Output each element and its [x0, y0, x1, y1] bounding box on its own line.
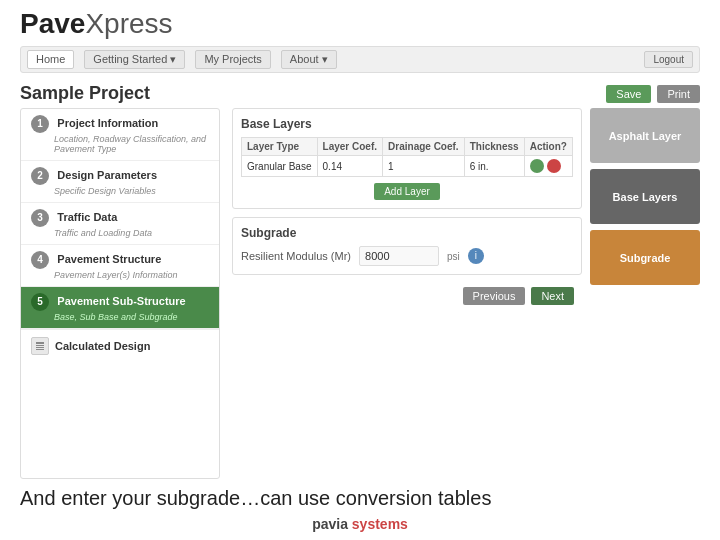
cell-action [524, 156, 572, 177]
sidebar-num-1: 1 [31, 115, 49, 133]
sidebar-item-1[interactable]: 1 Project Information Location, Roadway … [21, 109, 219, 161]
sidebar-sub-3: Traffic and Loading Data [54, 228, 209, 238]
project-title: Sample Project [20, 83, 150, 104]
left-sidebar: 1 Project Information Location, Roadway … [20, 108, 220, 479]
col-action: Action? [524, 138, 572, 156]
delete-icon-btn[interactable] [547, 159, 561, 173]
col-drainage-coef: Drainage Coef. [383, 138, 465, 156]
subgrade-section: Subgrade Resilient Modulus (Mr) psi i [232, 217, 582, 275]
edit-icon-btn[interactable] [530, 159, 544, 173]
nav-getting-started[interactable]: Getting Started ▾ [84, 50, 185, 69]
sidebar-title-2: Design Parameters [57, 169, 157, 181]
sidebar-num-5: 5 [31, 293, 49, 311]
nav-about[interactable]: About ▾ [281, 50, 337, 69]
base-layers-section: Base Layers Layer Type Layer Coef. Drain… [232, 108, 582, 209]
base-layers-title: Base Layers [241, 117, 573, 131]
brand-pave: Pave [20, 8, 85, 40]
bottom-nav: Previous Next [232, 283, 582, 309]
sidebar-calc-design[interactable]: Calculated Design [21, 329, 219, 362]
sidebar-item-2[interactable]: 2 Design Parameters Specific Design Vari… [21, 161, 219, 203]
sidebar-item-3[interactable]: 3 Traffic Data Traffic and Loading Data [21, 203, 219, 245]
sidebar-sub-4: Pavement Layer(s) Information [54, 270, 209, 280]
svg-rect-3 [36, 349, 44, 350]
cell-drainage-coef: 1 [383, 156, 465, 177]
sidebar-title-1: Project Information [57, 117, 158, 129]
save-button[interactable]: Save [606, 85, 651, 103]
sidebar-item-5[interactable]: 5 Pavement Sub-Structure Base, Sub Base … [21, 287, 219, 329]
sidebar-sub-2: Specific Design Variables [54, 186, 209, 196]
sidebar-title-3: Traffic Data [57, 211, 117, 223]
col-layer-coef: Layer Coef. [317, 138, 383, 156]
footer-area: And enter your subgrade…can use conversi… [0, 479, 720, 540]
sidebar-num-4: 4 [31, 251, 49, 269]
nav-links: Home Getting Started ▾ My Projects About… [27, 50, 337, 69]
nav-my-projects[interactable]: My Projects [195, 50, 270, 69]
top-nav: Pave Xpress Home Getting Started ▾ My Pr… [0, 0, 720, 79]
header-buttons: Save Print [606, 85, 700, 103]
cell-thickness: 6 in. [464, 156, 524, 177]
footer-pavia: pavia [312, 516, 348, 532]
info-icon[interactable]: i [468, 248, 484, 264]
sidebar-title-5: Pavement Sub-Structure [57, 295, 185, 307]
content-area: 1 Project Information Location, Roadway … [0, 108, 720, 479]
add-layer-button[interactable]: Add Layer [374, 183, 440, 200]
nav-home[interactable]: Home [27, 50, 74, 69]
calc-icon [31, 337, 49, 355]
brand-logo: Pave Xpress [20, 8, 700, 40]
svg-rect-1 [36, 345, 44, 346]
sidebar-item-4[interactable]: 4 Pavement Structure Pavement Layer(s) I… [21, 245, 219, 287]
cell-layer-coef: 0.14 [317, 156, 383, 177]
sidebar-num-2: 2 [31, 167, 49, 185]
subgrade-layer-block: Subgrade [590, 230, 700, 285]
table-row: Granular Base 0.14 1 6 in. [242, 156, 573, 177]
right-panel: Asphalt Layer Base Layers Subgrade [590, 108, 700, 479]
calc-design-label: Calculated Design [55, 340, 150, 352]
logout-button[interactable]: Logout [644, 51, 693, 68]
action-icons [530, 159, 567, 173]
col-layer-type: Layer Type [242, 138, 318, 156]
brand-xpress: Xpress [85, 8, 172, 40]
sidebar-num-3: 3 [31, 209, 49, 227]
base-layer-block: Base Layers [590, 169, 700, 224]
sidebar-sub-5: Base, Sub Base and Subgrade [54, 312, 209, 322]
subgrade-unit: psi [447, 251, 460, 262]
subgrade-title: Subgrade [241, 226, 573, 240]
footer-systems: systems [352, 516, 408, 532]
col-thickness: Thickness [464, 138, 524, 156]
caption-text: And enter your subgrade…can use conversi… [20, 487, 700, 510]
project-header: Sample Project Save Print [0, 79, 720, 108]
svg-rect-2 [36, 347, 44, 348]
layers-table: Layer Type Layer Coef. Drainage Coef. Th… [241, 137, 573, 177]
print-button[interactable]: Print [657, 85, 700, 103]
cell-layer-type: Granular Base [242, 156, 318, 177]
main-panel: Base Layers Layer Type Layer Coef. Drain… [232, 108, 582, 479]
page-wrapper: Pave Xpress Home Getting Started ▾ My Pr… [0, 0, 720, 540]
nav-bar: Home Getting Started ▾ My Projects About… [20, 46, 700, 73]
next-button[interactable]: Next [531, 287, 574, 305]
svg-rect-0 [36, 342, 44, 344]
main-content-wrapper: Base Layers Layer Type Layer Coef. Drain… [232, 108, 700, 479]
subgrade-row: Resilient Modulus (Mr) psi i [241, 246, 573, 266]
subgrade-input[interactable] [359, 246, 439, 266]
nav-right: Logout [644, 51, 693, 68]
previous-button[interactable]: Previous [463, 287, 526, 305]
footer-brand: pavia systems [20, 516, 700, 532]
sidebar-sub-1: Location, Roadway Classification, and Pa… [54, 134, 209, 154]
asphalt-layer-block: Asphalt Layer [590, 108, 700, 163]
sidebar-title-4: Pavement Structure [57, 253, 161, 265]
subgrade-label: Resilient Modulus (Mr) [241, 250, 351, 262]
